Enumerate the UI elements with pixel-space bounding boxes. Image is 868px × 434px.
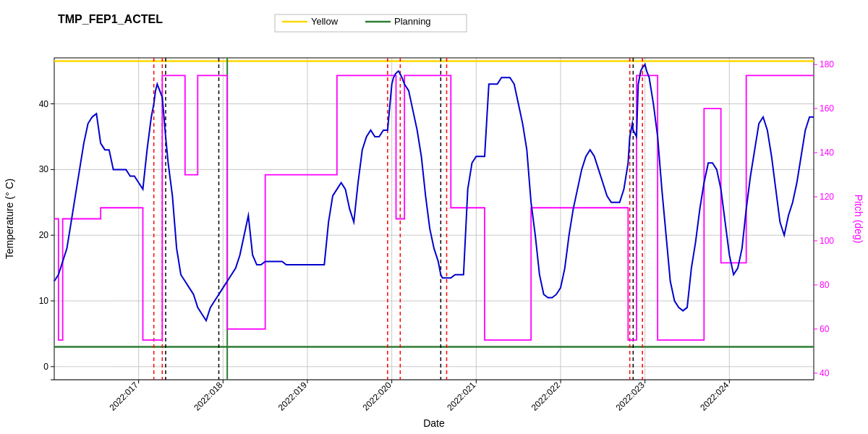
chart-container [0, 0, 868, 434]
chart-canvas [0, 0, 868, 434]
